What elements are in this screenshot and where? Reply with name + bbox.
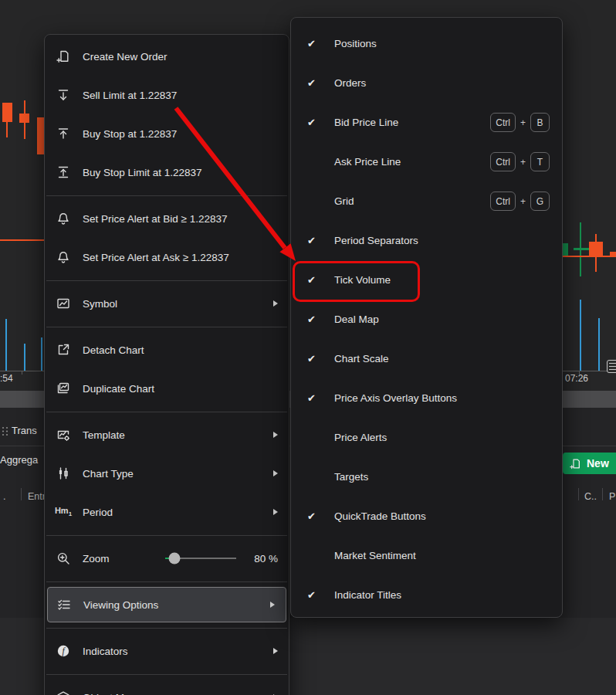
- submenu-item-period-separators[interactable]: ✔Period Separators: [291, 221, 562, 260]
- menu-item-label: Set Price Alert at Bid ≥ 1.22837: [83, 213, 278, 225]
- aggregate-label: Aggrega: [0, 454, 38, 466]
- column-header[interactable]: .: [3, 491, 5, 502]
- volume-bar: [598, 318, 600, 371]
- price-line: [563, 256, 616, 257]
- menu-item-symbol[interactable]: Symbol: [45, 284, 289, 323]
- menu-item-period[interactable]: Hm1Period: [45, 493, 289, 531]
- key-ctrl: Ctrl: [490, 113, 516, 132]
- menu-item-label: Buy Stop Limit at 1.22837: [83, 167, 278, 178]
- submenu-item-targets[interactable]: Targets: [291, 457, 562, 497]
- menu-item-label: Period: [83, 507, 273, 518]
- submenu-arrow-icon: [273, 432, 278, 438]
- bell-icon: [54, 250, 73, 264]
- price-line: [0, 239, 44, 241]
- key-ctrl: Ctrl: [490, 152, 516, 171]
- submenu-item-label: Grid: [334, 195, 490, 207]
- submenu-item-label: Indicator Titles: [334, 589, 550, 601]
- symbol-icon: [54, 297, 73, 310]
- zoom-slider[interactable]: [165, 539, 237, 578]
- submenu-item-label: Tick Volume: [334, 274, 550, 286]
- duplicate-icon: [54, 381, 73, 395]
- submenu-item-positions[interactable]: ✔Positions: [291, 24, 562, 63]
- plus-sign: +: [520, 117, 526, 128]
- menu-item-template[interactable]: Template: [45, 415, 289, 454]
- menu-item-chart-type[interactable]: Chart Type: [45, 454, 289, 493]
- volume-bar: [580, 300, 581, 371]
- menu-item-indicators[interactable]: fIndicators: [45, 632, 289, 670]
- submenu-item-grid[interactable]: GridCtrl+G: [291, 181, 562, 221]
- drag-handle-icon[interactable]: [2, 425, 8, 439]
- submenu-item-label: Bid Price Line: [334, 117, 490, 128]
- menu-item-sell-limit[interactable]: Sell Limit at 1.22837: [45, 76, 289, 114]
- menu-item-duplicate-chart[interactable]: Duplicate Chart: [45, 369, 289, 408]
- candlestick: [574, 248, 589, 250]
- axis-tick: [22, 371, 22, 375]
- template-icon: [54, 428, 73, 442]
- submenu-item-price-axis-overlay-buttons[interactable]: ✔Price Axis Overlay Buttons: [291, 378, 562, 418]
- submenu-item-chart-scale[interactable]: ✔Chart Scale: [291, 339, 562, 378]
- menu-item-buy-stop-limit[interactable]: Buy Stop Limit at 1.22837: [45, 153, 289, 192]
- menu-item-zoom[interactable]: Zoom80 %: [45, 539, 289, 578]
- zoom-slider-track[interactable]: [165, 558, 237, 559]
- submenu-item-label: Orders: [334, 77, 550, 89]
- zoom-slider-thumb[interactable]: [168, 553, 180, 564]
- candle-wick: [6, 122, 8, 137]
- menu-item-create-new-order[interactable]: Create New Order: [45, 37, 289, 76]
- volume-bar: [24, 344, 25, 371]
- submenu-item-label: Deal Map: [334, 314, 550, 325]
- plus-sign: +: [520, 157, 526, 168]
- submenu-item-label: Price Alerts: [334, 432, 550, 443]
- submenu-item-tick-volume[interactable]: ✔Tick Volume: [291, 260, 562, 300]
- menu-item-label: Chart Type: [83, 468, 273, 480]
- menu-item-price-alert-ask[interactable]: Set Price Alert at Ask ≥ 1.22837: [45, 238, 289, 276]
- menu-item-label: Template: [83, 429, 273, 441]
- menu-item-object-manager[interactable]: Object Manager: [45, 678, 289, 695]
- checkmark-icon: ✔: [291, 510, 334, 522]
- submenu-item-label: Targets: [334, 471, 550, 483]
- menu-item-buy-stop[interactable]: Buy Stop at 1.22837: [45, 114, 289, 153]
- checkmark-icon: ✔: [291, 274, 334, 286]
- period-icon: Hm1: [54, 507, 73, 517]
- checkmark-icon: ✔: [291, 353, 334, 364]
- submenu-item-ask-price-line[interactable]: Ask Price LineCtrl+T: [291, 142, 562, 181]
- submenu-item-quicktrade-buttons[interactable]: ✔QuickTrade Buttons: [291, 497, 562, 536]
- key-ctrl: Ctrl: [490, 192, 516, 211]
- submenu-item-orders[interactable]: ✔Orders: [291, 63, 562, 103]
- menu-item-label: Detach Chart: [83, 344, 278, 356]
- menu-item-label: Indicators: [83, 646, 273, 657]
- submenu-item-market-sentiment[interactable]: Market Sentiment: [291, 536, 562, 575]
- sell-limit-icon: [54, 88, 73, 102]
- submenu-item-label: Price Axis Overlay Buttons: [334, 392, 550, 404]
- checkmark-icon: ✔: [291, 235, 334, 246]
- submenu-item-label: Market Sentiment: [334, 550, 550, 561]
- column-header[interactable]: C..: [584, 491, 597, 502]
- checkmark-icon: ✔: [291, 38, 334, 49]
- buy-stop-limit-icon: [54, 165, 73, 179]
- checkmark-icon: ✔: [291, 314, 334, 325]
- menu-item-price-alert-bid[interactable]: Set Price Alert at Bid ≥ 1.22837: [45, 199, 289, 238]
- column-header[interactable]: P: [609, 491, 615, 502]
- submenu-item-deal-map[interactable]: ✔Deal Map: [291, 300, 562, 339]
- menu-separator: [45, 192, 289, 199]
- checkmark-icon: ✔: [291, 392, 334, 404]
- menu-item-detach-chart[interactable]: Detach Chart: [45, 331, 289, 369]
- menu-item-label: Create New Order: [83, 51, 278, 63]
- trading-app-window: :54 07:26 Trans Aggrega . Entry C.. P: [0, 0, 616, 695]
- buy-stop-icon: [54, 127, 73, 141]
- viewing-options-submenu: ✔Positions✔Orders✔Bid Price LineCtrl+BAs…: [290, 17, 563, 618]
- time-axis-label: :54: [0, 373, 13, 384]
- volume-bar: [5, 319, 7, 371]
- axis-scroll-handle-icon[interactable]: [607, 360, 616, 373]
- menu-item-label: Duplicate Chart: [83, 383, 278, 395]
- submenu-item-price-alerts[interactable]: Price Alerts: [291, 418, 562, 457]
- menu-item-label: Zoom: [83, 553, 154, 564]
- key-letter: T: [530, 152, 550, 171]
- submenu-item-label: Positions: [334, 38, 550, 49]
- submenu-item-bid-price-line[interactable]: ✔Bid Price LineCtrl+B: [291, 103, 562, 142]
- menu-separator: [45, 408, 289, 415]
- menu-item-viewing-options[interactable]: Viewing Options: [47, 587, 286, 622]
- new-order-button[interactable]: New: [563, 453, 616, 474]
- candlestick: [2, 103, 12, 122]
- tab-transactions[interactable]: Trans: [12, 425, 37, 436]
- submenu-item-indicator-titles[interactable]: ✔Indicator Titles: [291, 575, 562, 615]
